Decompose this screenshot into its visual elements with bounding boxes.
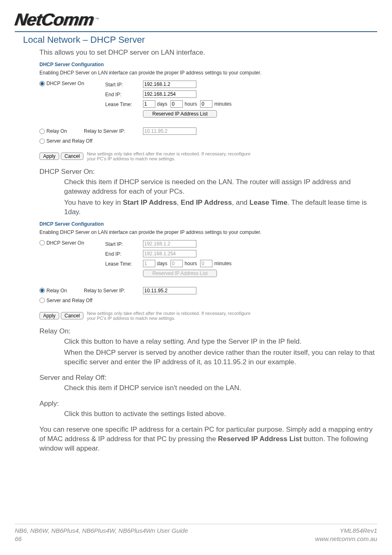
- relay-server-ip-label: Relay to Server IP:: [84, 128, 143, 134]
- end-ip-input-2[interactable]: [143, 250, 196, 257]
- server-off-heading: Server and Relay Off:: [39, 374, 377, 382]
- cancel-button-2[interactable]: Cancel: [61, 312, 83, 319]
- cancel-button[interactable]: Cancel: [61, 153, 83, 160]
- lease-time-label: Lease Time:: [105, 102, 143, 115]
- end-ip-label-2: End IP:: [105, 251, 143, 261]
- reserved-ip-list-button[interactable]: Reserved IP Address List: [143, 110, 217, 118]
- header-rule: [15, 31, 377, 32]
- dhcp-on-label-2: DHCP Server On: [46, 240, 84, 246]
- server-relay-off-label-2: Server and Relay Off: [46, 298, 92, 303]
- apply-button[interactable]: Apply: [39, 153, 59, 160]
- relay-p2: When the DHCP server is served by anothe…: [64, 348, 376, 367]
- lease-minutes-input-2[interactable]: [200, 260, 212, 267]
- dhcp-on-p2: You have to key in Start IP Address, End…: [64, 198, 376, 217]
- relay-on-radio-2[interactable]: [39, 288, 45, 293]
- apply-button-2[interactable]: Apply: [39, 312, 59, 319]
- section-title: Local Network – DHCP Server: [23, 35, 377, 45]
- lease-hours-input-2[interactable]: [171, 260, 183, 267]
- server-off-p1: Check this item if DHCP service isn't ne…: [64, 384, 376, 393]
- dhcp-panel-2: DHCP Server Configuration Enabling DHCP …: [39, 221, 377, 321]
- dhcp-on-p1: Check this item if DHCP service is neede…: [64, 178, 376, 197]
- relay-on-radio[interactable]: [39, 129, 45, 134]
- dhcp-server-on-radio[interactable]: [39, 81, 45, 86]
- reboot-note: New settings only take effect after the …: [87, 151, 259, 161]
- dhcp-server-on-radio-2[interactable]: [39, 240, 45, 245]
- lease-days-input-2[interactable]: [143, 260, 155, 267]
- footer-url: www.netcomm.com.au: [315, 535, 377, 543]
- footer-page-number: 66: [15, 535, 188, 543]
- dhcp-on-label: DHCP Server On: [46, 81, 84, 86]
- footer-revision: YML854Rev1: [315, 527, 377, 535]
- reserve-paragraph: You can reserve one specific IP address …: [39, 425, 376, 453]
- minutes-unit-2: minutes: [214, 261, 231, 266]
- lease-hours-input[interactable]: [171, 100, 183, 108]
- panel1-desc: Enabling DHCP Server on LAN interface ca…: [39, 70, 278, 76]
- end-ip-label: End IP:: [105, 92, 143, 102]
- start-ip-input-2[interactable]: [143, 240, 196, 247]
- relay-server-ip-input-2[interactable]: [143, 287, 196, 294]
- relay-on-label-2: Relay On: [46, 288, 67, 294]
- relay-on-heading: Relay On:: [39, 327, 377, 335]
- hours-unit-2: hours: [184, 261, 197, 266]
- relay-server-ip-input[interactable]: [143, 127, 196, 135]
- panel2-title: DHCP Server Configuration: [39, 221, 377, 227]
- reserved-ip-list-button-2[interactable]: Reserved IP Address List: [143, 270, 217, 277]
- reboot-note-2: New settings only take effect after the …: [87, 311, 259, 321]
- start-ip-label-2: Start IP:: [105, 241, 143, 251]
- relay-on-label: Relay On: [46, 128, 67, 134]
- minutes-unit: minutes: [214, 101, 231, 107]
- start-ip-label: Start IP:: [105, 82, 143, 92]
- footer-guide: NB6, NB6W, NB6Plus4, NB6Plus4W, NB6Plus4…: [15, 527, 188, 535]
- lease-minutes-input[interactable]: [200, 100, 212, 108]
- page-footer: NB6, NB6W, NB6Plus4, NB6Plus4W, NB6Plus4…: [15, 524, 377, 543]
- server-relay-off-radio[interactable]: [39, 139, 45, 144]
- logo-text: NetComm: [14, 10, 95, 30]
- apply-heading: Apply:: [39, 400, 377, 408]
- panel2-desc: Enabling DHCP Server on LAN interface ca…: [39, 229, 278, 235]
- trademark-icon: ™: [95, 17, 99, 21]
- end-ip-input[interactable]: [143, 90, 196, 98]
- server-relay-off-label: Server and Relay Off: [46, 138, 92, 144]
- apply-p1: Click this button to activate the settin…: [64, 409, 376, 419]
- relay-p1: Click this button to have a relay settin…: [64, 337, 376, 347]
- hours-unit: hours: [184, 101, 197, 107]
- intro-text: This allows you to set DHCP server on LA…: [39, 49, 377, 57]
- relay-server-ip-label-2: Relay to Server IP:: [84, 288, 143, 294]
- dhcp-on-heading: DHCP Server On:: [39, 168, 377, 176]
- server-relay-off-radio-2[interactable]: [39, 298, 45, 303]
- panel1-title: DHCP Server Configuration: [39, 62, 377, 67]
- dhcp-panel-1: DHCP Server Configuration Enabling DHCP …: [39, 62, 377, 161]
- lease-time-label-2: Lease Time:: [105, 261, 143, 274]
- lease-days-input[interactable]: [143, 100, 155, 108]
- brand-logo: NetComm ™: [15, 10, 377, 31]
- days-unit-2: days: [157, 261, 167, 266]
- start-ip-input[interactable]: [143, 81, 196, 88]
- days-unit: days: [157, 101, 167, 107]
